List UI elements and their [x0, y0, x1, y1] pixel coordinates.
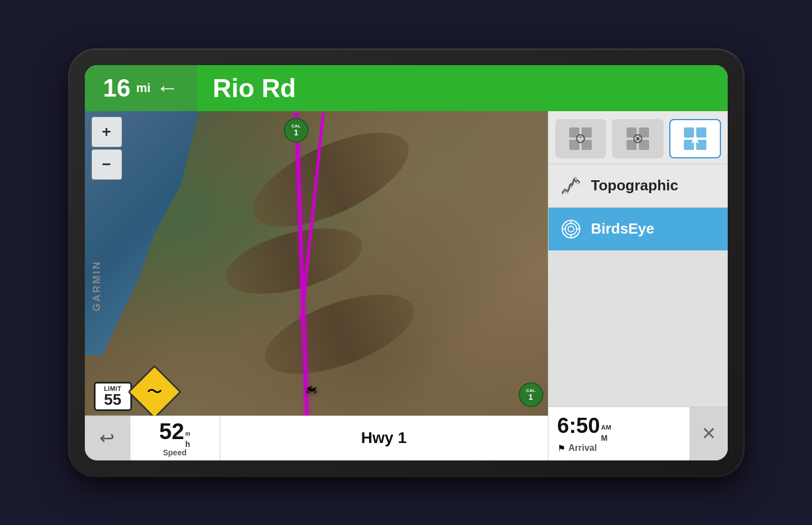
- topographic-label: Topographic: [591, 177, 679, 194]
- arrival-label-row: ⚑ Arrival: [557, 443, 597, 454]
- garmin-brand: GARMIN: [91, 260, 103, 311]
- map-type-btn-1[interactable]: [555, 119, 607, 158]
- map-area[interactable]: CAL 1 CAL 1 + − GARMIN LIMIT 55: [85, 111, 548, 460]
- turn-arrow: ←: [156, 75, 179, 101]
- highway-marker-top: CAL 1: [284, 118, 309, 143]
- vehicle-marker: 🏍: [305, 381, 317, 396]
- map-grid-compass-icon: [568, 126, 593, 151]
- right-panel: Topographic: [548, 111, 728, 460]
- street-name: Rio Rd: [213, 73, 296, 103]
- birdseye-grid-icon: [683, 126, 707, 151]
- device-screen: 16 mi ← Rio Rd CAL: [85, 65, 728, 460]
- speed-number: 52: [159, 419, 184, 444]
- speed-unit-top: m: [185, 431, 190, 437]
- distance-unit: mi: [136, 81, 151, 95]
- highway-number-top: 1: [294, 129, 298, 136]
- zoom-out-button[interactable]: −: [92, 149, 122, 180]
- road-display: Hwy 1: [220, 416, 548, 460]
- arrival-ampm: AMM: [601, 424, 611, 442]
- map-type-btn-2[interactable]: [612, 119, 664, 158]
- nav-distance-box: 16 mi ←: [85, 65, 197, 111]
- svg-rect-12: [684, 127, 694, 138]
- main-content: CAL 1 CAL 1 + − GARMIN LIMIT 55: [85, 111, 728, 460]
- speed-unit-bottom: h: [185, 440, 190, 449]
- speed-unit: mh: [185, 431, 190, 448]
- svg-rect-13: [696, 127, 706, 138]
- bottom-right-bar: 6:50 AMM ⚑ Arrival ✕: [548, 407, 728, 460]
- svg-point-11: [636, 137, 639, 140]
- arrival-time-display: 6:50 AMM: [557, 414, 611, 442]
- speed-label: Speed: [163, 448, 187, 457]
- highway-number-bottom: 1: [529, 393, 533, 401]
- arrival-label: Arrival: [569, 443, 597, 453]
- highway-marker-bottom: CAL 1: [519, 382, 543, 407]
- svg-point-18: [565, 223, 577, 235]
- topographic-menu-item[interactable]: Topographic: [548, 164, 728, 207]
- arrival-hour: 6:50: [557, 414, 600, 438]
- svg-marker-5: [579, 136, 582, 138]
- birdseye-label: BirdsEye: [591, 220, 655, 238]
- arrival-am: AM: [601, 423, 611, 431]
- birdseye-icon: [559, 217, 583, 241]
- speed-limit-value: 55: [97, 392, 129, 408]
- birdseye-menu-item[interactable]: BirdsEye: [548, 207, 728, 250]
- warning-icon: 〜: [147, 381, 162, 403]
- map-type-row: [548, 111, 728, 164]
- map-grid-nav-icon: [625, 126, 650, 151]
- garmin-device: 16 mi ← Rio Rd CAL: [69, 49, 743, 476]
- arrival-period-bottom: M: [601, 433, 608, 442]
- nav-header: 16 mi ← Rio Rd: [85, 65, 728, 111]
- speed-limit-sign: LIMIT 55: [94, 382, 132, 411]
- map-type-btn-3[interactable]: [669, 119, 721, 158]
- road-name: Hwy 1: [361, 429, 407, 447]
- speed-display: 52 mh Speed: [130, 416, 220, 460]
- zoom-in-button[interactable]: +: [92, 117, 122, 147]
- nav-street-box: Rio Rd: [197, 65, 728, 111]
- close-button[interactable]: ✕: [689, 407, 728, 460]
- arrival-flag-icon: ⚑: [557, 443, 565, 454]
- svg-point-19: [568, 226, 573, 231]
- map-controls: + −: [92, 117, 122, 180]
- back-button[interactable]: ↩: [85, 416, 130, 460]
- distance-value: 16: [103, 76, 130, 101]
- topographic-icon: [559, 174, 583, 198]
- arrival-box: 6:50 AMM ⚑ Arrival: [548, 407, 689, 460]
- map-bottom-bar: ↩ 52 mh Speed Hwy 1: [85, 416, 548, 460]
- speed-value-display: 52 mh: [159, 419, 190, 448]
